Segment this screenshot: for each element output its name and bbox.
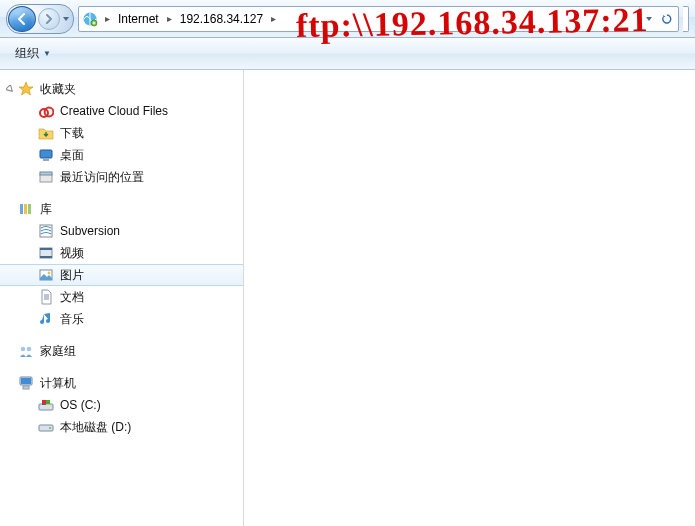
arrow-left-icon bbox=[15, 12, 29, 26]
pictures-icon bbox=[38, 267, 54, 283]
breadcrumb-separator: ▸ bbox=[101, 13, 114, 24]
tree-libraries-header[interactable]: 库 bbox=[0, 198, 243, 220]
tree-label: 本地磁盘 (D:) bbox=[60, 419, 131, 436]
refresh-icon bbox=[661, 13, 673, 25]
command-toolbar: 组织 ▼ bbox=[0, 38, 695, 70]
tree-item-documents[interactable]: 文档 bbox=[0, 286, 243, 308]
tree-item-recent[interactable]: 最近访问的位置 bbox=[0, 166, 243, 188]
tree-item-creative-cloud[interactable]: Creative Cloud Files bbox=[0, 100, 243, 122]
forward-button[interactable] bbox=[38, 8, 60, 30]
breadcrumb-separator: ▸ bbox=[163, 13, 176, 24]
downloads-icon bbox=[38, 125, 54, 141]
tree-label: 音乐 bbox=[60, 311, 84, 328]
chevron-down-icon bbox=[62, 15, 70, 23]
svg-rect-24 bbox=[46, 400, 50, 404]
tree-homegroup-header[interactable]: 家庭组 bbox=[0, 340, 243, 362]
tree-item-music[interactable]: 音乐 bbox=[0, 308, 243, 330]
tree-label: 文档 bbox=[60, 289, 84, 306]
tree-label: 桌面 bbox=[60, 147, 84, 164]
creative-cloud-icon bbox=[38, 103, 54, 119]
svg-point-28 bbox=[49, 427, 51, 429]
svg-point-18 bbox=[27, 347, 32, 352]
organize-button[interactable]: 组织 ▼ bbox=[8, 41, 58, 66]
content-pane[interactable] bbox=[244, 70, 695, 526]
svg-rect-25 bbox=[42, 404, 46, 405]
tree-favorites-header[interactable]: 收藏夹 bbox=[0, 78, 243, 100]
svg-rect-8 bbox=[20, 204, 23, 214]
libraries-icon bbox=[18, 201, 34, 217]
chevron-down-icon bbox=[645, 15, 653, 23]
svg-rect-5 bbox=[43, 159, 49, 161]
desktop-icon bbox=[38, 147, 54, 163]
tree-label: Subversion bbox=[60, 224, 120, 238]
tree-item-subversion[interactable]: Subversion bbox=[0, 220, 243, 242]
tree-item-drive-c[interactable]: OS (C:) bbox=[0, 394, 243, 416]
tree-label: Creative Cloud Files bbox=[60, 104, 168, 118]
homegroup-icon bbox=[18, 343, 34, 359]
address-bar-buttons bbox=[639, 7, 676, 31]
tree-label: 家庭组 bbox=[40, 343, 76, 360]
breadcrumb-ip[interactable]: 192.168.34.127 bbox=[178, 12, 265, 26]
tree-computer-header[interactable]: 计算机 bbox=[0, 372, 243, 394]
breadcrumb-separator: ▸ bbox=[267, 13, 280, 24]
address-bar[interactable]: ▸ Internet ▸ 192.168.34.127 ▸ bbox=[78, 6, 679, 32]
search-field-collapsed[interactable] bbox=[683, 6, 689, 32]
tree-label: 下载 bbox=[60, 125, 84, 142]
tree-label: 库 bbox=[40, 201, 52, 218]
star-icon bbox=[18, 81, 34, 97]
svg-rect-21 bbox=[23, 386, 29, 389]
subversion-icon bbox=[38, 223, 54, 239]
tree-item-drive-d[interactable]: 本地磁盘 (D:) bbox=[0, 416, 243, 438]
chevron-down-icon: ▼ bbox=[43, 49, 51, 58]
breadcrumb-internet[interactable]: Internet bbox=[116, 12, 161, 26]
tree-item-downloads[interactable]: 下载 bbox=[0, 122, 243, 144]
tree-label: 最近访问的位置 bbox=[60, 169, 144, 186]
drive-icon bbox=[38, 397, 54, 413]
refresh-button[interactable] bbox=[658, 13, 676, 25]
tree-label: 收藏夹 bbox=[40, 81, 76, 98]
tree-label: OS (C:) bbox=[60, 398, 101, 412]
tree-group-favorites: 收藏夹 Creative Cloud Files 下载 桌面 bbox=[0, 78, 243, 188]
tree-group-homegroup: 家庭组 bbox=[0, 340, 243, 362]
svg-point-16 bbox=[48, 272, 51, 275]
svg-rect-26 bbox=[46, 404, 50, 405]
expander-icon[interactable] bbox=[4, 83, 16, 95]
svg-point-17 bbox=[21, 347, 26, 352]
organize-label: 组织 bbox=[15, 45, 39, 62]
nav-button-group bbox=[6, 4, 74, 34]
svg-rect-9 bbox=[24, 204, 27, 214]
recent-places-icon bbox=[38, 169, 54, 185]
tree-group-libraries: 库 Subversion 视频 图片 bbox=[0, 198, 243, 330]
navigation-pane[interactable]: 收藏夹 Creative Cloud Files 下载 桌面 bbox=[0, 70, 244, 526]
drive-icon bbox=[38, 419, 54, 435]
svg-rect-14 bbox=[40, 256, 52, 258]
tree-group-computer: 计算机 OS (C:) 本地磁盘 (D:) bbox=[0, 372, 243, 438]
videos-icon bbox=[38, 245, 54, 261]
svg-rect-7 bbox=[40, 172, 52, 175]
computer-icon bbox=[18, 375, 34, 391]
navigation-bar: ▸ Internet ▸ 192.168.34.127 ▸ bbox=[0, 0, 695, 38]
svg-rect-4 bbox=[40, 150, 52, 158]
tree-label: 计算机 bbox=[40, 375, 76, 392]
tree-item-videos[interactable]: 视频 bbox=[0, 242, 243, 264]
svg-rect-13 bbox=[40, 248, 52, 250]
documents-icon bbox=[38, 289, 54, 305]
svg-rect-20 bbox=[21, 378, 31, 384]
svg-point-3 bbox=[45, 108, 54, 117]
location-icon bbox=[81, 10, 99, 28]
arrow-right-icon bbox=[44, 14, 54, 24]
tree-label: 视频 bbox=[60, 245, 84, 262]
explorer-body: 收藏夹 Creative Cloud Files 下载 桌面 bbox=[0, 70, 695, 526]
svg-rect-23 bbox=[42, 400, 46, 404]
tree-item-pictures[interactable]: 图片 bbox=[0, 264, 243, 286]
music-icon bbox=[38, 311, 54, 327]
svg-rect-10 bbox=[28, 204, 31, 214]
address-dropdown-button[interactable] bbox=[640, 15, 658, 23]
tree-label: 图片 bbox=[60, 267, 84, 284]
tree-item-desktop[interactable]: 桌面 bbox=[0, 144, 243, 166]
back-button[interactable] bbox=[8, 6, 36, 32]
nav-history-dropdown[interactable] bbox=[60, 7, 72, 31]
